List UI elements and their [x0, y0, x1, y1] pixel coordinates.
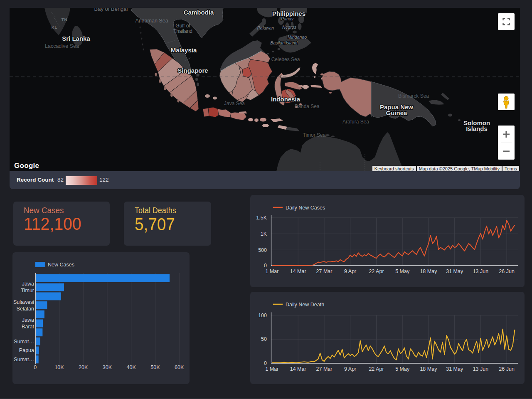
svg-text:Sulawesi: Sulawesi [13, 299, 34, 305]
svg-text:Papua: Papua [19, 347, 34, 353]
svg-text:Cambodia: Cambodia [184, 9, 214, 16]
svg-text:40K: 40K [127, 365, 136, 370]
svg-text:Java Sea: Java Sea [224, 101, 245, 106]
svg-text:22 Apr: 22 Apr [369, 366, 384, 372]
svg-text:Arafura Sea: Arafura Sea [342, 119, 369, 125]
svg-text:50K: 50K [150, 365, 160, 370]
svg-text:1.5K: 1.5K [256, 215, 267, 221]
svg-text:Malaysia: Malaysia [171, 47, 197, 54]
svg-text:13 Jun: 13 Jun [473, 268, 489, 274]
svg-text:0: 0 [34, 365, 37, 370]
svg-text:10K: 10K [54, 365, 64, 370]
svg-text:26 Jun: 26 Jun [499, 268, 515, 274]
svg-text:Panay: Panay [281, 16, 294, 21]
svg-text:0: 0 [264, 263, 267, 268]
svg-text:New Cases: New Cases [48, 262, 74, 268]
svg-text:Negros: Negros [282, 25, 297, 30]
svg-text:Guinea: Guinea [386, 109, 408, 116]
svg-text:31 May: 31 May [446, 366, 463, 372]
svg-text:Selatan: Selatan [17, 306, 34, 312]
svg-text:26 Jun: 26 Jun [499, 366, 515, 372]
svg-text:1K: 1K [261, 231, 267, 237]
svg-text:Daily New Death: Daily New Death [286, 302, 324, 308]
svg-text:1 Mar: 1 Mar [266, 366, 279, 372]
svg-text:22 Apr: 22 Apr [369, 268, 384, 274]
svg-text:Bay of Bengal: Bay of Bengal [94, 8, 128, 12]
svg-text:13 Jun: 13 Jun [473, 366, 489, 372]
svg-text:Celebes Sea: Celebes Sea [271, 57, 300, 62]
svg-text:Daily New Cases: Daily New Cases [286, 205, 325, 211]
svg-text:Gulf of: Gulf of [175, 23, 190, 29]
svg-text:Barat: Barat [22, 324, 34, 330]
svg-text:Singapore: Singapore [177, 67, 208, 74]
svg-text:Sri Lanka: Sri Lanka [62, 35, 90, 42]
svg-text:Sumat…: Sumat… [14, 357, 34, 362]
svg-text:1 Mar: 1 Mar [266, 268, 279, 274]
svg-text:TN: TN [62, 17, 68, 22]
svg-text:Laccadive Sea: Laccadive Sea [45, 43, 79, 49]
svg-text:Basilan Island: Basilan Island [270, 40, 298, 45]
svg-text:0: 0 [264, 360, 267, 366]
svg-text:Thailand: Thailand [173, 28, 192, 34]
svg-text:9 Apr: 9 Apr [344, 268, 356, 274]
svg-text:Indonesia: Indonesia [271, 96, 300, 103]
svg-text:Bismarck Sea: Bismarck Sea [398, 93, 429, 99]
svg-text:Palawan: Palawan [257, 25, 274, 30]
svg-text:5 May: 5 May [395, 268, 410, 274]
svg-text:Banda Sea: Banda Sea [295, 103, 320, 109]
svg-text:100: 100 [258, 313, 267, 318]
svg-text:14 Mar: 14 Mar [290, 366, 306, 372]
svg-text:Mindanao: Mindanao [288, 34, 307, 39]
svg-text:20K: 20K [79, 365, 88, 370]
svg-text:30K: 30K [103, 365, 112, 370]
svg-text:31 May: 31 May [446, 268, 463, 274]
svg-text:50: 50 [261, 336, 267, 342]
svg-text:Timor Sea: Timor Sea [303, 132, 326, 138]
svg-text:9 Apr: 9 Apr [344, 366, 356, 372]
svg-text:18 May: 18 May [420, 268, 437, 274]
svg-text:500: 500 [258, 247, 267, 253]
svg-text:Andaman Sea: Andaman Sea [135, 18, 168, 24]
svg-text:60K: 60K [175, 365, 184, 370]
svg-text:Timur: Timur [21, 288, 34, 293]
svg-text:27 Mar: 27 Mar [316, 268, 332, 274]
svg-text:Jawa: Jawa [22, 281, 34, 287]
svg-text:KL: KL [52, 25, 58, 30]
svg-text:27 Mar: 27 Mar [316, 366, 332, 372]
svg-text:14 Mar: 14 Mar [290, 268, 306, 274]
svg-text:5 May: 5 May [395, 366, 410, 372]
svg-text:18 May: 18 May [420, 366, 437, 372]
svg-text:Jawa: Jawa [22, 317, 34, 323]
svg-text:Islands: Islands [466, 125, 488, 132]
svg-text:Sumat…: Sumat… [14, 339, 34, 345]
